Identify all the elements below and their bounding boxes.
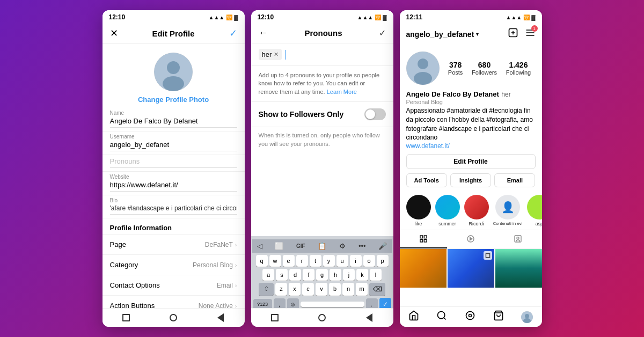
bio-link[interactable]: www.defanet.it/: [406, 142, 536, 150]
kb-mic-icon[interactable]: 🎤: [377, 242, 389, 250]
followers-stat[interactable]: 680 Followers: [472, 61, 497, 76]
svg-marker-17: [470, 238, 472, 240]
nav-back-btn-2[interactable]: [364, 313, 374, 323]
key-h[interactable]: h: [330, 269, 341, 281]
profile-avatar-edit[interactable]: [154, 53, 193, 91]
pronouns-screen: 12:10 ▲▲▲ 🛜 ▓ ← Pronouns ✓ her ✕ Add up …: [251, 10, 393, 327]
website-value[interactable]: https://www.defanet.it/: [110, 181, 237, 192]
back-arrow-icon[interactable]: ←: [259, 27, 268, 39]
key-k[interactable]: k: [356, 269, 368, 281]
key-c[interactable]: c: [302, 283, 314, 296]
kb-settings-icon[interactable]: ⚙: [338, 242, 347, 250]
pronouns-placeholder[interactable]: Pronouns: [110, 157, 237, 168]
kb-more-icon[interactable]: •••: [357, 242, 368, 250]
key-a[interactable]: a: [262, 269, 274, 281]
following-stat[interactable]: 1.426 Following: [506, 61, 531, 76]
reels-icon[interactable]: [465, 310, 475, 324]
learn-more-link[interactable]: Learn More: [327, 89, 357, 95]
post-thumb-1[interactable]: [400, 249, 447, 288]
kb-back-icon[interactable]: ◁: [255, 242, 264, 250]
nav-back-btn[interactable]: [216, 313, 225, 323]
key-w[interactable]: w: [269, 255, 281, 267]
key-b[interactable]: b: [329, 283, 341, 296]
kb-gif-icon[interactable]: GIF: [295, 243, 307, 249]
key-v[interactable]: v: [316, 283, 327, 296]
key-shift[interactable]: ⇧: [259, 283, 274, 296]
key-f[interactable]: f: [303, 269, 314, 281]
post-thumb-2[interactable]: 🔲: [448, 249, 494, 288]
ad-tools-button[interactable]: Ad Tools: [406, 173, 447, 187]
key-o[interactable]: o: [363, 255, 375, 267]
key-u[interactable]: u: [336, 255, 348, 267]
kb-clip-icon[interactable]: 📋: [316, 242, 328, 250]
category-menu-item[interactable]: Category Personal Blog ›: [103, 255, 245, 275]
key-z[interactable]: z: [275, 283, 287, 296]
tagged-tab[interactable]: [494, 230, 541, 248]
kb-emoji-icon[interactable]: ⬜: [273, 242, 285, 250]
add-post-icon[interactable]: [508, 27, 518, 41]
edit-profile-button[interactable]: Edit Profile: [406, 154, 536, 169]
reels-tab[interactable]: [447, 230, 494, 248]
key-d[interactable]: d: [289, 269, 301, 281]
pronouns-input-area[interactable]: her ✕: [251, 43, 393, 66]
key-y[interactable]: y: [323, 255, 335, 267]
story-label-summer: summer: [435, 221, 460, 226]
bio-fullname: Angelo De Falco By Defanet: [406, 90, 499, 98]
key-q[interactable]: q: [256, 255, 268, 267]
email-button[interactable]: Email: [494, 173, 535, 187]
key-x[interactable]: x: [289, 283, 301, 296]
insights-button[interactable]: Insights: [450, 173, 491, 187]
story-item-like[interactable]: like: [406, 195, 431, 226]
page-menu-item[interactable]: Page DeFaNeT ›: [103, 235, 245, 255]
wifi-icon-2: 🛜: [375, 14, 381, 20]
change-photo-button[interactable]: Change Profile Photo: [138, 96, 209, 104]
key-g[interactable]: g: [316, 269, 328, 281]
pronoun-tag-remove-icon[interactable]: ✕: [274, 51, 279, 58]
bio-label: Bio: [110, 197, 237, 203]
wifi-icon: 🛜: [226, 14, 232, 20]
username-row[interactable]: angelo_by_defanet ▾: [406, 30, 479, 39]
key-delete[interactable]: ⌫: [369, 283, 385, 296]
key-j[interactable]: j: [343, 269, 355, 281]
story-item-contenuti[interactable]: 👤 Contenuti in evi: [493, 195, 523, 226]
pronouns-confirm-icon[interactable]: ✓: [379, 28, 386, 38]
search-icon[interactable]: [436, 310, 447, 324]
contact-menu-item[interactable]: Contact Options Email ›: [103, 275, 245, 296]
menu-icon[interactable]: 1: [525, 27, 536, 41]
close-icon[interactable]: ✕: [110, 27, 118, 39]
nav-square-btn-2[interactable]: [270, 313, 280, 323]
key-l[interactable]: l: [370, 269, 382, 281]
key-n[interactable]: n: [342, 283, 354, 296]
profile-nav-icon[interactable]: [521, 311, 533, 323]
key-m[interactable]: m: [356, 283, 368, 296]
page-right: DeFaNeT ›: [205, 241, 237, 248]
key-p[interactable]: p: [377, 255, 389, 267]
nav-triangle-icon: [217, 313, 224, 322]
nav-circle-btn[interactable]: [169, 313, 178, 323]
nav-circle-btn-2[interactable]: [317, 313, 327, 323]
key-t[interactable]: t: [310, 255, 321, 267]
followers-toggle[interactable]: [364, 108, 386, 120]
confirm-icon[interactable]: ✓: [229, 27, 237, 39]
grid-tab[interactable]: [400, 230, 447, 248]
key-e[interactable]: e: [283, 255, 295, 267]
status-time-3: 12:11: [406, 13, 423, 21]
nav-square-btn[interactable]: [121, 313, 131, 323]
nav-circle-icon: [170, 314, 177, 321]
username-value[interactable]: angelo_by_defanet: [110, 141, 237, 151]
name-value[interactable]: Angelo De Falco By Defanet: [110, 117, 237, 128]
bio-value[interactable]: 'afare #landascape e i particolari che c…: [110, 204, 237, 215]
shop-icon[interactable]: [493, 310, 504, 324]
key-i[interactable]: i: [350, 255, 362, 267]
status-bar-1: 12:10 ▲▲▲ 🛜 ▓: [103, 10, 245, 23]
key-s[interactable]: s: [276, 269, 288, 281]
key-space[interactable]: [301, 302, 364, 307]
following-label: Following: [506, 69, 531, 76]
home-icon[interactable]: [408, 310, 419, 324]
key-r[interactable]: r: [296, 255, 308, 267]
contact-value: Email: [217, 282, 233, 289]
post-thumb-3[interactable]: [495, 249, 542, 288]
story-item-summer[interactable]: summer: [435, 195, 460, 226]
story-item-ricordi[interactable]: Ricordi: [464, 195, 489, 226]
story-item-asp[interactable]: asp: [527, 195, 542, 226]
